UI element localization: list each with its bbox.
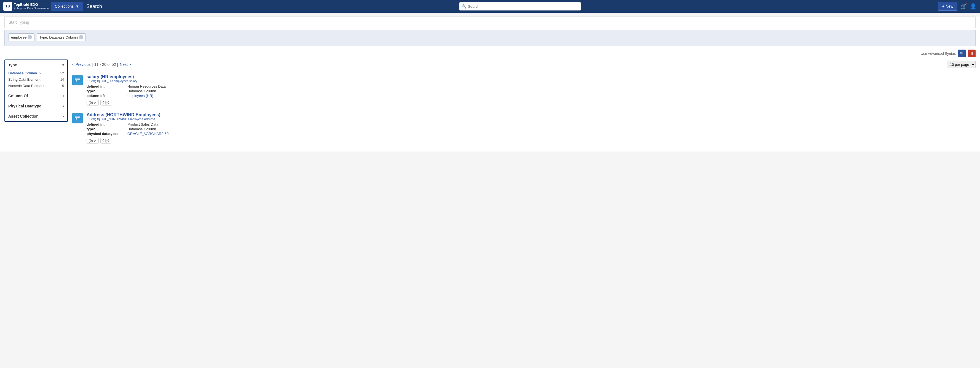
comment-badge-address[interactable]: 0 💬 [100, 138, 112, 143]
type-value-2: Database Column [127, 127, 975, 131]
sidebar-header-asset-collection[interactable]: Asset Collection › [5, 111, 67, 121]
result-id-address[interactable]: ID: edg.tq:COL_NORTHWIND.Employees.Addre… [87, 117, 975, 121]
result-body-salary: salary (HR.employees) ID: edg.tq:COL_HR.… [87, 75, 975, 106]
delete-icon: 🗑 [970, 51, 974, 56]
search-icon: 🔍 [461, 4, 466, 8]
sidebar-section-physical-datatype: Physical Datatype › [5, 101, 67, 111]
search-input[interactable] [468, 5, 579, 8]
pagination-nav: < Previous | 11 - 20 of 52 | Next > [72, 62, 131, 67]
results-area: Type ▾ Database Column ✕ 52 String Data … [0, 60, 980, 152]
logo-text: TopBraid EDG Enterprise Data Governance [14, 3, 49, 10]
comment-count-address: 0 [103, 139, 105, 143]
sidebar-type-items: Database Column ✕ 52 String Data Element… [5, 70, 67, 90]
physical-datatype-label-2: physical datatype: [87, 132, 125, 136]
header-search-box: 🔍 [460, 2, 581, 11]
toolbar: Use Advanced Syntax 🔍 🗑 [0, 48, 980, 60]
header-right: + New 🛒 👤 [938, 2, 977, 11]
header-search-wrap: 🔍 [104, 2, 936, 11]
advanced-syntax-toggle[interactable]: Use Advanced Syntax [916, 51, 956, 56]
result-actions-address: (0) ✔ 0 💬 [87, 138, 975, 143]
chevron-down-icon: ▾ [62, 63, 64, 67]
defined-in-label-2: defined in: [87, 122, 125, 127]
sidebar: Type ▾ Database Column ✕ 52 String Data … [5, 60, 68, 122]
task-icon-salary: ✔ [94, 101, 97, 105]
task-badge-address[interactable]: (0) ✔ [87, 138, 99, 143]
physical-datatype-value-2[interactable]: ORACLE_VARCHAR2-60 [127, 132, 975, 136]
filter-tag-employee-remove[interactable]: x [27, 35, 32, 40]
header: TB TopBraid EDG Enterprise Data Governan… [0, 0, 980, 13]
collections-button[interactable]: Collections ▼ [51, 2, 83, 11]
filter-tag-employee-label: employee [11, 35, 27, 40]
comment-count-salary: 0 [103, 101, 105, 105]
page-info: | 11 - 20 of 52 | [92, 62, 118, 67]
results-list: < Previous | 11 - 20 of 52 | Next > 10 p… [72, 60, 975, 147]
sidebar-header-type[interactable]: Type ▾ [5, 60, 67, 70]
comment-icon-address: 💬 [105, 139, 109, 143]
filter-tag-type: Type: Database Column x [37, 33, 86, 41]
sidebar-item-numeric-data-element[interactable]: Numeric Data Element 5 [5, 82, 67, 89]
sidebar-item-database-column-count: 52 [60, 71, 64, 75]
chevron-right-icon-3: › [63, 114, 64, 118]
result-item-address: Address (NORTHWIND.Employees) ID: edg.tq… [72, 109, 975, 147]
advanced-syntax-label: Use Advanced Syntax [921, 51, 956, 56]
sidebar-header-physical-datatype[interactable]: Physical Datatype › [5, 101, 67, 111]
advanced-syntax-checkbox[interactable] [916, 52, 920, 56]
filters-bar: employee x Type: Database Column x [5, 30, 975, 46]
search-execute-icon: 🔍 [959, 51, 964, 56]
sidebar-item-database-column-x[interactable]: ✕ [39, 71, 41, 75]
start-typing-bar[interactable]: Start Typing [5, 16, 975, 28]
result-title-salary[interactable]: salary (HR.employees) [87, 75, 134, 79]
task-count-salary: (0) [89, 101, 93, 105]
sidebar-column-of-title: Column Of [8, 94, 28, 98]
per-page-select[interactable]: 10 per page 25 per page 50 per page [947, 60, 975, 68]
filter-tag-type-remove[interactable]: x [79, 35, 83, 40]
comment-icon-salary: 💬 [105, 101, 109, 105]
sidebar-header-column-of[interactable]: Column Of › [5, 91, 67, 101]
result-icon-salary [72, 75, 83, 86]
result-actions-salary: (0) ✔ 0 💬 [87, 100, 975, 106]
type-label-2: type: [87, 127, 125, 131]
delete-search-button[interactable]: 🗑 [968, 49, 975, 57]
main-content: Start Typing employee x Type: Database C… [0, 16, 980, 152]
sidebar-item-string-label: String Data Element [8, 78, 40, 81]
sidebar-item-string-count: 14 [60, 78, 64, 81]
defined-in-label-1: defined in: [87, 84, 125, 89]
column-of-value-1[interactable]: employees (HR) [127, 94, 975, 98]
result-icon-address [72, 113, 83, 124]
sidebar-asset-collection-title: Asset Collection [8, 114, 38, 119]
sidebar-type-title: Type [8, 63, 17, 67]
result-item-salary: salary (HR.employees) ID: edg.tq:COL_HR.… [72, 71, 975, 109]
chevron-right-icon: › [63, 94, 64, 98]
logo-area: TB TopBraid EDG Enterprise Data Governan… [3, 2, 49, 11]
sidebar-item-database-column[interactable]: Database Column ✕ 52 [5, 70, 67, 76]
user-icon[interactable]: 👤 [970, 3, 977, 10]
task-count-address: (0) [89, 139, 93, 143]
cart-icon[interactable]: 🛒 [960, 3, 967, 10]
previous-link[interactable]: < Previous [72, 62, 91, 67]
new-button[interactable]: + New [938, 2, 958, 11]
pagination-bar: < Previous | 11 - 20 of 52 | Next > 10 p… [72, 60, 975, 71]
result-body-address: Address (NORTHWIND.Employees) ID: edg.tq… [87, 113, 975, 143]
type-value-1: Database Column [127, 89, 975, 93]
result-meta-address: defined in: Product Sales Data type: Dat… [87, 122, 975, 136]
type-label-1: type: [87, 89, 125, 93]
sidebar-section-column-of: Column Of › [5, 91, 67, 101]
comment-badge-salary[interactable]: 0 💬 [100, 100, 112, 106]
defined-in-value-2: Product Sales Data [127, 122, 975, 127]
sidebar-item-numeric-count: 5 [62, 84, 64, 88]
result-id-salary[interactable]: ID: edg.tq:COL_HR.employees.salary [87, 79, 975, 82]
filter-tag-employee: employee x [8, 33, 35, 41]
sidebar-item-string-data-element[interactable]: String Data Element 14 [5, 76, 67, 82]
task-badge-salary[interactable]: (0) ✔ [87, 100, 99, 106]
sidebar-section-type: Type ▾ Database Column ✕ 52 String Data … [5, 60, 67, 91]
result-title-address[interactable]: Address (NORTHWIND.Employees) [87, 113, 161, 117]
sidebar-item-numeric-label: Numeric Data Element [8, 84, 45, 88]
search-nav-label: Search [86, 3, 102, 10]
next-link[interactable]: Next > [120, 62, 131, 67]
search-execute-button[interactable]: 🔍 [958, 49, 966, 57]
logo-top: TopBraid EDG [14, 3, 49, 7]
logo-icon: TB [3, 2, 12, 11]
column-of-label-1: column of: [87, 94, 125, 98]
result-meta-salary: defined in: Human Resources Data type: D… [87, 84, 975, 98]
sidebar-physical-datatype-title: Physical Datatype [8, 104, 41, 108]
